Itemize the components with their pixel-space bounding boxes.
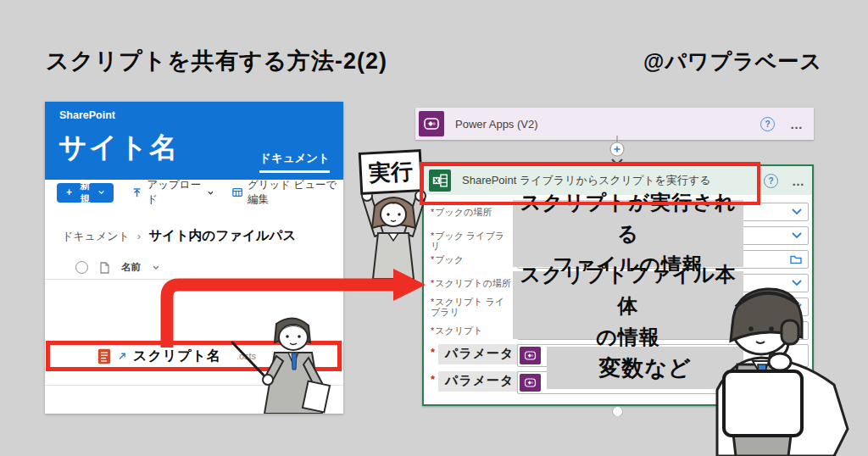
- chevron-down-icon: [208, 191, 214, 195]
- shared-icon: [118, 352, 126, 360]
- headset-man-illustration: [707, 276, 868, 456]
- field-label: パラメータ: [438, 344, 520, 364]
- select-all-checkbox[interactable]: [75, 261, 88, 274]
- page-title: スクリプトを共有する方法-2(2): [46, 46, 387, 76]
- document-toolbar: + 新規 アップロード グリッド ビューで編集: [45, 180, 343, 205]
- breadcrumb-current[interactable]: サイト内のファイルパス: [148, 227, 296, 245]
- dynamic-content-token: [520, 347, 541, 364]
- file-list-header: 名前: [75, 261, 159, 274]
- annotation-file-info: スクリプトが実行される ファイルの情報: [513, 200, 743, 267]
- column-header-name[interactable]: 名前: [121, 261, 141, 274]
- field-label: スクリプトの場所: [435, 278, 511, 288]
- upload-icon: [132, 187, 142, 198]
- sharepoint-header: SharePoint サイト名 ドキュメント: [45, 102, 343, 180]
- arrow-down-icon: [612, 159, 622, 164]
- step-connector: [605, 136, 629, 168]
- required-marker: *: [431, 373, 435, 386]
- site-name: サイト名: [58, 129, 179, 167]
- breadcrumb-root[interactable]: ドキュメント: [62, 229, 130, 244]
- chevron-down-icon: [98, 190, 104, 195]
- grid-view-edit-label: グリッド ビューで編集: [248, 178, 343, 207]
- dynamic-content-token: [520, 374, 541, 392]
- author-handle: @パワプラベース: [643, 47, 822, 75]
- field-label: ブックの場所: [435, 207, 492, 217]
- annotation-line: 変数など: [598, 353, 691, 384]
- trigger-title: Power Apps (V2): [455, 118, 538, 131]
- breadcrumb: ドキュメント › サイト内のファイルパス: [62, 227, 296, 245]
- field-label: ブック ライブラリ: [431, 231, 504, 251]
- plus-icon: +: [66, 186, 72, 198]
- new-button[interactable]: + 新規: [57, 183, 114, 203]
- new-button-label: 新規: [77, 178, 93, 207]
- upload-button[interactable]: アップロード: [132, 178, 213, 207]
- help-icon[interactable]: ?: [764, 174, 778, 188]
- execute-sign: 実行: [359, 149, 424, 195]
- chevron-down-icon: [792, 209, 802, 215]
- required-marker: *: [431, 325, 434, 336]
- field-label: ブック: [435, 254, 464, 264]
- grid-icon: [232, 187, 242, 197]
- nav-documents-link[interactable]: ドキュメント: [259, 151, 330, 173]
- folder-icon: [790, 255, 802, 264]
- powerapps-icon: [419, 111, 444, 136]
- sharepoint-brand: SharePoint: [59, 109, 115, 121]
- chevron-down-icon: [153, 265, 159, 270]
- pointing-man-illustration: [227, 305, 350, 414]
- script-file-name[interactable]: スクリプト名: [133, 348, 221, 365]
- field-label: スクリプト: [435, 325, 482, 336]
- ellipsis-menu-icon[interactable]: …: [790, 117, 804, 131]
- upload-label: アップロード: [147, 178, 202, 207]
- divider: [45, 279, 343, 280]
- field-label: スクリプト ライブラリ: [431, 297, 504, 317]
- cheering-woman-illustration: [349, 184, 438, 291]
- script-file-icon: [97, 348, 111, 364]
- grid-view-edit-button[interactable]: グリッド ビューで編集: [232, 178, 343, 207]
- annotation-line: スクリプトが実行される: [513, 186, 743, 249]
- execute-sign-label: 実行: [368, 156, 414, 188]
- file-icon: [100, 262, 109, 274]
- breadcrumb-separator: ›: [137, 230, 141, 242]
- field-label: パラメータ: [438, 371, 520, 392]
- next-step-connector: [610, 406, 624, 416]
- required-marker: *: [431, 346, 435, 359]
- help-icon[interactable]: ?: [760, 117, 775, 131]
- chevron-down-icon: [792, 232, 802, 239]
- required-marker: *: [431, 297, 434, 307]
- ellipsis-menu-icon[interactable]: …: [792, 174, 805, 188]
